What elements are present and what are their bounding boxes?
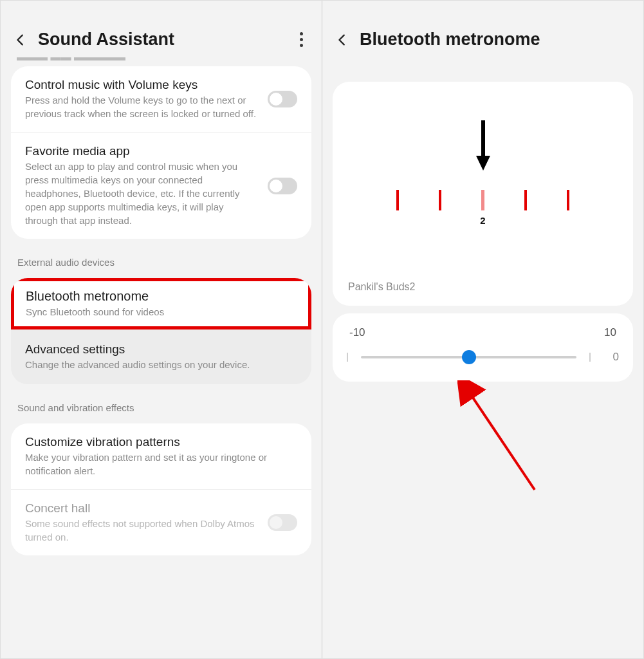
cutoff-previous-item: ▬▬▬ ▬▬ ▬▬▬▬▬ <box>1 57 322 62</box>
metronome-tick-active <box>481 190 484 210</box>
more-options-icon[interactable] <box>296 31 309 49</box>
connected-device-label: Pankil's Buds2 <box>345 281 620 293</box>
sync-offset-slider-card: -10 10 0 <box>333 313 633 382</box>
slider-value: 0 <box>603 351 619 364</box>
slider-min-label: -10 <box>349 326 365 339</box>
section-label-sound-vibration: Sound and vibration effects <box>1 388 322 420</box>
bluetooth-metronome-screen: Bluetooth metronome 2 Pankil's Buds2 -10… <box>322 1 643 658</box>
page-title: Bluetooth metronome <box>360 30 630 50</box>
item-subtitle: Select an app to play and control music … <box>25 160 259 227</box>
sound-assistant-screen: Sound Assistant ▬▬▬ ▬▬ ▬▬▬▬▬ Control mus… <box>1 1 322 658</box>
item-title: Control music with Volume keys <box>25 78 259 92</box>
card-media-controls: Control music with Volume keys Press and… <box>11 66 311 239</box>
item-subtitle: Press and hold the Volume keys to go to … <box>25 93 259 120</box>
metronome-tick <box>396 190 399 210</box>
toggle-control-music[interactable] <box>268 91 297 107</box>
item-subtitle: Sync Bluetooth sound for videos <box>26 305 297 319</box>
back-icon[interactable] <box>335 33 349 47</box>
section-label-external-audio: External audio devices <box>1 243 322 274</box>
metronome-visualizer: 2 Pankil's Buds2 <box>333 82 633 306</box>
toggle-concert-hall <box>268 514 297 531</box>
item-bluetooth-metronome[interactable]: Bluetooth metronome Sync Bluetooth sound… <box>11 278 311 330</box>
item-title: Concert hall <box>25 501 259 515</box>
item-subtitle: Make your vibration pattern and set it a… <box>25 450 297 478</box>
svg-line-3 <box>469 392 535 490</box>
header: Bluetooth metronome <box>322 1 643 69</box>
item-title: Favorite media app <box>25 144 259 158</box>
page-title: Sound Assistant <box>38 30 296 50</box>
item-control-music[interactable]: Control music with Volume keys Press and… <box>11 66 311 132</box>
toggle-favorite-media[interactable] <box>268 178 297 194</box>
metronome-tick <box>567 190 569 210</box>
item-title: Advanced settings <box>25 342 297 357</box>
svg-marker-1 <box>476 156 490 171</box>
sync-offset-slider[interactable] <box>361 356 576 358</box>
card-external-audio: Bluetooth metronome Sync Bluetooth sound… <box>11 278 311 330</box>
item-favorite-media-app[interactable]: Favorite media app Select an app to play… <box>11 132 311 239</box>
metronome-tick <box>439 190 441 210</box>
back-icon[interactable] <box>14 33 28 47</box>
item-customize-vibration[interactable]: Customize vibration patterns Make your v… <box>11 423 311 489</box>
card-sound-vibration: Customize vibration patterns Make your v… <box>11 423 311 555</box>
metronome-tick-label: 2 <box>480 215 485 226</box>
indicator-arrow-icon <box>476 120 490 171</box>
slider-end-right <box>589 353 591 362</box>
item-title: Bluetooth metronome <box>26 289 297 304</box>
slider-end-left <box>347 353 348 362</box>
item-title: Customize vibration patterns <box>25 435 297 449</box>
annotation-arrow-icon <box>457 380 547 496</box>
item-advanced-settings[interactable]: Advanced settings Change the advanced au… <box>11 330 311 384</box>
item-concert-hall[interactable]: Concert hall Some sound effects not supp… <box>11 489 311 555</box>
slider-max-label: 10 <box>604 326 616 339</box>
item-subtitle: Some sound effects not supported when Do… <box>25 517 259 544</box>
metronome-tick <box>524 190 527 210</box>
item-subtitle: Change the advanced audio settings on yo… <box>25 358 297 371</box>
slider-thumb[interactable] <box>462 350 476 364</box>
